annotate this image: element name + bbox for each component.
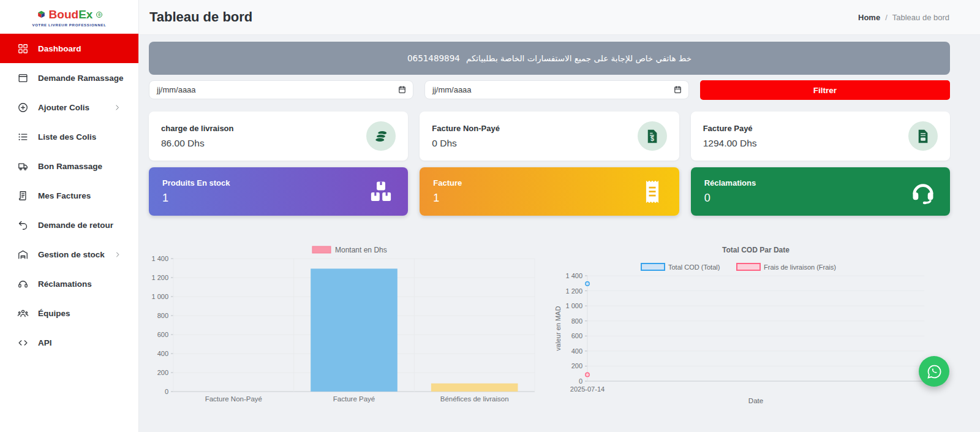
topbar: Tableau de bord Home / Tableau de bord bbox=[139, 0, 980, 35]
sidebar-item-bon-ramassage[interactable]: Bon Ramassage bbox=[0, 151, 138, 181]
filter-row: jj/mm/aaaa jj/mm/aaaa Filtrer bbox=[149, 80, 950, 100]
date-from-input[interactable]: jj/mm/aaaa bbox=[149, 80, 413, 99]
breadcrumb-separator: / bbox=[885, 13, 888, 22]
hotline-phone: 0651489894 bbox=[407, 53, 460, 63]
sidebar-item-gestion-de-stock[interactable]: Gestion de stock bbox=[0, 240, 138, 269]
sidebar-item-liste-des-colis[interactable]: Liste des Colis bbox=[0, 122, 138, 151]
calendar-icon[interactable] bbox=[398, 85, 407, 94]
svg-text:0: 0 bbox=[579, 377, 582, 385]
svg-text:Total COD (Total): Total COD (Total) bbox=[668, 263, 720, 271]
svg-text:Total COD Par Date: Total COD Par Date bbox=[722, 246, 790, 254]
metric-card-facture[interactable]: Facture 1 bbox=[420, 167, 679, 216]
stat-card-charge-de-livraison: charge de livraison 86.00 Dhs bbox=[149, 112, 408, 161]
hotline-banner: خط هاتفي خاص للإجابة على جميع الاستفسارا… bbox=[149, 42, 950, 75]
page-title: Tableau de bord bbox=[149, 9, 252, 25]
montant-bar-chart: Montant en Dhs02004006008001 0001 2001 4… bbox=[149, 241, 541, 412]
stat-card-title: Facture Non-Payé bbox=[432, 124, 500, 133]
stat-card-value: 0 Dhs bbox=[432, 138, 500, 149]
svg-text:600: 600 bbox=[571, 332, 582, 339]
registered-mark: ® bbox=[96, 12, 102, 18]
stat-card-facture-paye: Facture Payé 1294.00 Dhs bbox=[691, 112, 950, 161]
svg-text:Montant en Dhs: Montant en Dhs bbox=[335, 246, 387, 254]
svg-text:800: 800 bbox=[571, 317, 582, 325]
logo-cube-icon bbox=[36, 10, 47, 20]
svg-text:Date: Date bbox=[748, 397, 763, 404]
coins-icon bbox=[366, 121, 396, 151]
svg-text:1 400: 1 400 bbox=[565, 272, 582, 279]
date-to-placeholder: jj/mm/aaaa bbox=[432, 85, 472, 94]
stat-card-facture-non-paye: Facture Non-Payé 0 Dhs $ bbox=[420, 112, 679, 161]
sidebar-item-reclamations[interactable]: Réclamations bbox=[0, 269, 138, 298]
filter-button[interactable]: Filtrer bbox=[700, 80, 950, 100]
breadcrumb: Home / Tableau de bord bbox=[858, 13, 949, 22]
calendar-icon[interactable] bbox=[673, 85, 682, 94]
date-to-input[interactable]: jj/mm/aaaa bbox=[424, 80, 689, 99]
metric-card-produits-en-stock[interactable]: Produits En stock 1 bbox=[149, 167, 408, 216]
svg-text:200: 200 bbox=[571, 362, 582, 369]
date-from-placeholder: jj/mm/aaaa bbox=[157, 85, 196, 94]
metric-card-value: 1 bbox=[162, 192, 230, 205]
metric-cards-row: Produits En stock 1 Facture 1 Réclamatio… bbox=[149, 167, 950, 216]
metric-card-title: Réclamations bbox=[704, 178, 756, 188]
svg-text:$: $ bbox=[650, 135, 654, 142]
cod-per-date-chart: Total COD Par DateTotal COD (Total)Frais… bbox=[552, 241, 932, 412]
dashboard-icon bbox=[17, 43, 29, 55]
svg-text:1 400: 1 400 bbox=[151, 255, 168, 262]
sidebar-item-api[interactable]: API bbox=[0, 328, 138, 357]
svg-text:Bénéfices de livraison: Bénéfices de livraison bbox=[440, 395, 509, 403]
sidebar-item-demande-de-retour[interactable]: Demande de retour bbox=[0, 210, 138, 240]
whatsapp-fab[interactable] bbox=[919, 356, 949, 387]
svg-text:200: 200 bbox=[157, 369, 168, 376]
undo-icon bbox=[17, 219, 29, 231]
stat-card-title: charge de livraison bbox=[161, 124, 234, 133]
svg-text:400: 400 bbox=[157, 350, 168, 357]
brand-logo[interactable]: BoudEx ® VOTRE LIVREUR PROFESSIONNEL bbox=[0, 0, 138, 31]
headset-filled-icon bbox=[910, 178, 937, 205]
stat-cards-row: charge de livraison 86.00 Dhs Facture No… bbox=[149, 112, 950, 161]
svg-text:1 200: 1 200 bbox=[151, 274, 168, 281]
plus-circle-icon bbox=[17, 102, 29, 113]
invoice-file-icon bbox=[908, 121, 938, 151]
whatsapp-icon bbox=[926, 363, 943, 380]
truck-icon bbox=[17, 161, 29, 172]
svg-text:1 200: 1 200 bbox=[565, 287, 582, 295]
svg-text:Facture Non-Payé: Facture Non-Payé bbox=[205, 395, 262, 403]
sidebar-item-dashboard[interactable]: Dashboard bbox=[0, 34, 138, 63]
metric-card-title: Facture bbox=[433, 178, 462, 188]
chevron-right-icon bbox=[113, 104, 121, 112]
content: خط هاتفي خاص للإجابة على جميع الاستفسارا… bbox=[139, 35, 980, 432]
svg-text:valeur en MAD: valeur en MAD bbox=[554, 306, 562, 351]
sidebar: BoudEx ® VOTRE LIVREUR PROFESSIONNEL Das… bbox=[0, 0, 139, 432]
invoice-dollar-icon: $ bbox=[638, 121, 667, 151]
svg-text:Frais de livraison (Frais): Frais de livraison (Frais) bbox=[764, 263, 836, 271]
stat-card-title: Facture Payé bbox=[703, 124, 757, 133]
sidebar-item-ajouter-colis[interactable]: Ajouter Colis bbox=[0, 93, 138, 122]
charts-section: Montant en Dhs02004006008001 0001 2001 4… bbox=[149, 241, 950, 412]
breadcrumb-current: Tableau de bord bbox=[892, 13, 949, 22]
stat-card-value: 86.00 Dhs bbox=[161, 138, 234, 149]
list-icon bbox=[17, 131, 29, 143]
breadcrumb-home-link[interactable]: Home bbox=[858, 13, 880, 22]
stat-card-value: 1294.00 Dhs bbox=[703, 138, 757, 149]
svg-text:800: 800 bbox=[157, 312, 168, 319]
svg-text:Facture Payé: Facture Payé bbox=[333, 395, 375, 403]
brand-name: BoudEx bbox=[49, 8, 93, 21]
metric-card-title: Produits En stock bbox=[162, 178, 230, 188]
main-area: Tableau de bord Home / Tableau de bord خ… bbox=[139, 0, 980, 432]
headset-icon bbox=[17, 278, 29, 290]
sidebar-item-demande-ramassage[interactable]: Demande Ramassage bbox=[0, 63, 138, 93]
metric-card-reclamations[interactable]: Réclamations 0 bbox=[691, 167, 950, 216]
team-icon bbox=[17, 308, 29, 319]
sidebar-item-mes-factures[interactable]: Mes Factures bbox=[0, 181, 138, 210]
sidebar-item-equipes[interactable]: Équipes bbox=[0, 298, 138, 328]
svg-text:0: 0 bbox=[165, 388, 168, 395]
svg-text:1 000: 1 000 bbox=[151, 293, 168, 300]
hotline-text: خط هاتفي خاص للإجابة على جميع الاستفسارا… bbox=[466, 53, 692, 63]
brand-tagline: VOTRE LIVREUR PROFESSIONNEL bbox=[32, 23, 106, 27]
archive-icon bbox=[17, 72, 29, 84]
svg-text:400: 400 bbox=[571, 347, 582, 355]
warehouse-icon bbox=[17, 249, 29, 260]
receipt-icon bbox=[639, 178, 666, 205]
svg-text:600: 600 bbox=[157, 331, 168, 338]
metric-card-value: 0 bbox=[704, 192, 756, 205]
